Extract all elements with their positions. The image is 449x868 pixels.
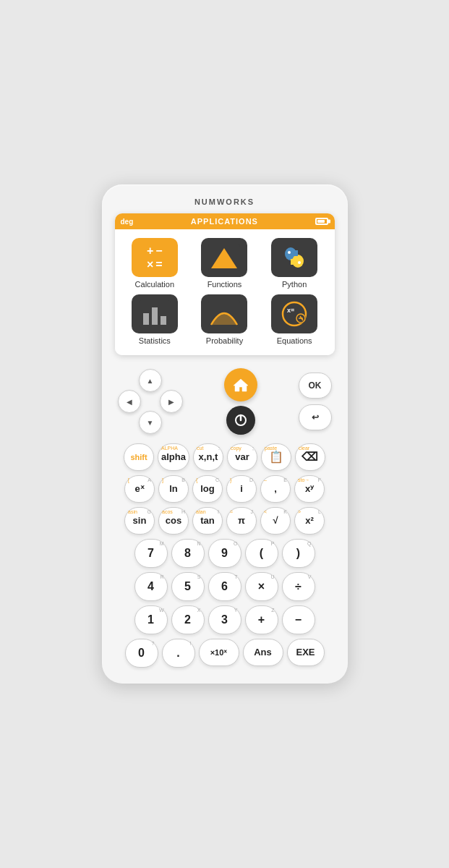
- dpad-down[interactable]: ▼: [139, 411, 162, 434]
- dpad-up[interactable]: ▲: [139, 369, 162, 392]
- statistics-label: Statistics: [139, 336, 171, 345]
- statistics-icon: [132, 294, 178, 333]
- key-log[interactable]: { C log: [192, 475, 223, 503]
- center-buttons: [224, 368, 257, 435]
- equations-icon: x=: [271, 294, 317, 333]
- python-label: Python: [282, 280, 307, 289]
- screen-header: deg APPLICATIONS: [115, 213, 335, 229]
- app-equations[interactable]: x= Equations: [262, 294, 328, 345]
- key-x2[interactable]: > L x²: [294, 507, 325, 535]
- app-statistics[interactable]: Statistics: [122, 294, 188, 345]
- ok-label: OK: [309, 380, 322, 391]
- key-alpha[interactable]: ALPHA alpha: [158, 443, 189, 471]
- battery-icon: [315, 218, 328, 225]
- key-row-1: shift ALPHA alpha cut : x,n,t copy ; var…: [115, 443, 335, 471]
- calculation-label: Calculation: [135, 280, 174, 289]
- power-icon: [234, 414, 247, 427]
- key-shift[interactable]: shift: [124, 443, 154, 471]
- key-ln[interactable]: ] B ln: [158, 475, 189, 503]
- dpad-left[interactable]: ◀: [118, 390, 141, 413]
- key-0[interactable]: ? 0: [125, 639, 158, 668]
- ok-button[interactable]: OK: [299, 373, 332, 399]
- key-comma[interactable]: – E ,: [260, 475, 291, 503]
- key-exe[interactable]: EXE: [287, 639, 325, 666]
- back-button[interactable]: ↩: [299, 404, 332, 430]
- key-1[interactable]: W 1: [134, 605, 168, 634]
- calculator-body: NUMWORKS deg APPLICATIONS +− ×= Calculat…: [102, 184, 348, 684]
- key-divide[interactable]: V ÷: [282, 572, 315, 601]
- key-cos[interactable]: acos H cos: [158, 507, 189, 535]
- key-dot[interactable]: ! .: [162, 639, 195, 668]
- svg-text:x=: x=: [287, 307, 294, 314]
- brand-label: NUMWORKS: [115, 197, 335, 206]
- probability-label: Probability: [206, 336, 243, 345]
- key-sqrt[interactable]: < K √: [260, 507, 291, 535]
- key-row-6: W 1 X 2 Y 3 Z + −: [115, 605, 335, 634]
- key-ex[interactable]: [ A eˣ: [124, 475, 155, 503]
- svg-point-7: [288, 251, 291, 254]
- key-minus[interactable]: −: [282, 605, 315, 634]
- key-5[interactable]: S 5: [171, 572, 205, 601]
- apps-grid: +− ×= Calculation Functions: [115, 229, 335, 355]
- ok-back-buttons: OK ↩: [299, 373, 332, 430]
- key-2[interactable]: X 2: [171, 605, 205, 634]
- dpad-right[interactable]: ▶: [160, 390, 183, 413]
- svg-point-8: [298, 261, 301, 264]
- app-python[interactable]: Python: [262, 238, 328, 289]
- app-probability[interactable]: Probability: [192, 294, 257, 345]
- key-row-4: M 7 N 8 O 9 P ( Q ): [115, 539, 335, 568]
- key-7[interactable]: M 7: [134, 539, 168, 568]
- key-i[interactable]: } D i: [226, 475, 257, 503]
- svg-rect-10: [143, 313, 149, 325]
- key-xnt[interactable]: cut : x,n,t: [193, 443, 223, 471]
- key-tan[interactable]: atan I tan: [192, 507, 223, 535]
- calculation-icon: +− ×=: [132, 238, 178, 277]
- functions-icon: [201, 238, 247, 277]
- key-row-7: ? 0 ! . ×10ˣ Ans EXE: [115, 639, 335, 668]
- functions-label: Functions: [208, 280, 242, 289]
- key-sin[interactable]: asin G sin: [124, 507, 155, 535]
- controls-section: ▲ ◀ ▶ ▼ OK ↩: [115, 368, 335, 435]
- svg-rect-6: [291, 259, 298, 265]
- equations-label: Equations: [277, 336, 312, 345]
- key-e10[interactable]: ×10ˣ: [199, 639, 239, 666]
- keyboard: shift ALPHA alpha cut : x,n,t copy ; var…: [115, 443, 335, 668]
- key-3[interactable]: Y 3: [208, 605, 241, 634]
- key-8[interactable]: N 8: [171, 539, 205, 568]
- key-clear[interactable]: clear ⌫: [295, 443, 325, 471]
- key-row-2: [ A eˣ ] B ln { C log } D i – E: [115, 475, 335, 503]
- key-var[interactable]: copy ; var: [227, 443, 257, 471]
- app-functions[interactable]: Functions: [192, 238, 257, 289]
- svg-marker-21: [234, 379, 248, 391]
- key-plus[interactable]: Z +: [245, 605, 278, 634]
- home-icon: [233, 378, 249, 392]
- key-pi[interactable]: = J π: [226, 507, 257, 535]
- key-row-5: R 4 S 5 T 6 U × V ÷: [115, 572, 335, 601]
- key-paste[interactable]: paste 📋: [261, 443, 291, 471]
- key-multiply[interactable]: U ×: [245, 572, 278, 601]
- power-button[interactable]: [226, 406, 255, 435]
- svg-rect-11: [152, 307, 158, 325]
- deg-indicator: deg: [121, 218, 134, 226]
- key-6[interactable]: T 6: [208, 572, 241, 601]
- key-ans[interactable]: Ans: [243, 639, 283, 666]
- key-9[interactable]: O 9: [208, 539, 241, 568]
- key-xy[interactable]: sto→ F xʸ: [294, 475, 325, 503]
- back-icon: ↩: [312, 412, 319, 422]
- key-4[interactable]: R 4: [134, 572, 168, 601]
- key-row-3: asin G sin acos H cos atan I tan = J π <: [115, 507, 335, 535]
- svg-rect-5: [291, 250, 298, 256]
- home-button[interactable]: [224, 368, 257, 401]
- svg-rect-12: [161, 316, 166, 325]
- calculator-screen: deg APPLICATIONS +− ×= Calculation: [115, 213, 335, 355]
- probability-icon: [201, 294, 247, 333]
- screen-title: APPLICATIONS: [191, 217, 258, 226]
- dpad: ▲ ◀ ▶ ▼: [118, 369, 183, 434]
- app-calculation[interactable]: +− ×= Calculation: [122, 238, 188, 289]
- python-icon: [271, 238, 317, 277]
- key-lparen[interactable]: P (: [245, 539, 278, 568]
- key-rparen[interactable]: Q ): [282, 539, 315, 568]
